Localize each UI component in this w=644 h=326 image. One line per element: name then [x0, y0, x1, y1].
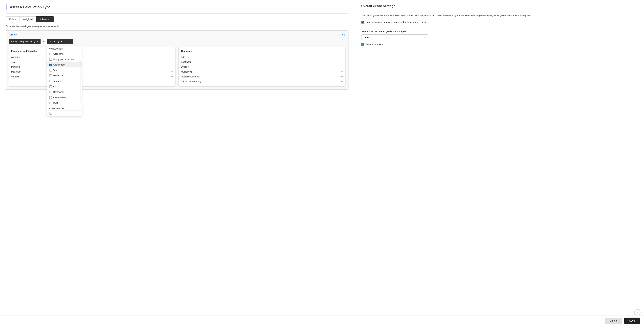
- category-test-checkbox[interactable]: [49, 69, 52, 72]
- drag-icon-variable[interactable]: ✛: [171, 75, 173, 78]
- fn-total: Total ✛: [11, 59, 173, 64]
- op-add: Add (+) ✛: [181, 55, 343, 59]
- category-discussion-checkbox[interactable]: [49, 75, 52, 77]
- editor-container: Validate Clear AVG ( Categories Test ) ▼…: [6, 30, 348, 90]
- category-assignment[interactable]: Assignment: [47, 62, 82, 68]
- right-panel-title: Overall Grade Settings: [361, 4, 637, 8]
- category-exam[interactable]: Exam: [47, 84, 82, 89]
- category-presentation-label: Presentation: [53, 96, 66, 99]
- total-dropdown-container: TOTAL ( ) ▼ CATEGORIES Attendance Group …: [47, 39, 73, 44]
- category-journal-label: Journal: [53, 80, 61, 82]
- total-dropdown[interactable]: TOTAL ( ) ▼: [47, 39, 73, 44]
- category-test[interactable]: Test: [47, 68, 82, 73]
- category-attendance-label: Attendance: [53, 53, 65, 55]
- category-discussion[interactable]: Discussion: [47, 73, 82, 78]
- category-journal[interactable]: Journal: [47, 78, 82, 84]
- category-group-presentations[interactable]: Group presentations: [47, 57, 82, 62]
- right-divider2: [361, 27, 637, 27]
- display-select[interactable]: Letter Percentage Points: [361, 35, 428, 40]
- base-calc-label: Base calculation on points earned out of…: [366, 21, 426, 23]
- tab-points[interactable]: Points: [6, 16, 19, 22]
- op-open-paren: Open Parenthesis ( ✛: [181, 74, 343, 79]
- category-discussion-label: Discussion: [53, 74, 64, 77]
- right-panel: Overall Grade Settings The overall grade…: [354, 0, 644, 315]
- category-presentation[interactable]: Presentation: [47, 95, 82, 100]
- left-panel: Select a Calculation Type Points Weighte…: [0, 0, 354, 315]
- op-divide: Divide (/) ✛: [181, 64, 343, 69]
- purple-accent-bar: [6, 4, 6, 10]
- drag-icon-total[interactable]: ✛: [171, 61, 173, 63]
- functions-box: Functions and Variables Average ✛ Total …: [8, 47, 176, 87]
- fn-variable: Variable ✛: [11, 74, 173, 79]
- show-students-checkbox[interactable]: [361, 43, 364, 46]
- functions-title: Functions and Variables: [11, 50, 173, 52]
- plus-operator: +: [43, 40, 44, 43]
- category-test-label: Test: [53, 69, 58, 72]
- category-quiz-label: Quiz: [53, 102, 58, 104]
- drag-icon-close-paren[interactable]: ✛: [341, 80, 343, 83]
- tab-advanced[interactable]: Advanced: [36, 16, 54, 22]
- footer: Cancel Save: [0, 315, 644, 326]
- categories-header: CATEGORIES: [47, 46, 82, 51]
- category-assignment-checkbox[interactable]: [49, 64, 52, 66]
- clear-button[interactable]: Clear: [340, 33, 345, 36]
- categories-popup: CATEGORIES Attendance Group presentation…: [47, 46, 82, 116]
- category-exam-checkbox[interactable]: [49, 85, 52, 88]
- fn-average: Average ✛: [11, 55, 173, 59]
- calculation-type-tabs: Points Weighted Advanced: [6, 16, 348, 22]
- op-subtract: Subtract (-) ✛: [181, 59, 343, 64]
- category-exam-label: Exam: [53, 85, 59, 88]
- category-quiz[interactable]: Quiz: [47, 100, 82, 106]
- calc-description: Calculate the overall grade using a cust…: [6, 25, 348, 28]
- total-dropdown-arrow: ▼: [60, 40, 63, 43]
- drag-icon-average[interactable]: ✛: [171, 56, 173, 58]
- show-students-row: Show to students: [361, 43, 637, 46]
- op-close-paren: Close Parenthesis ) ✛: [181, 79, 343, 84]
- show-students-label: Show to students: [366, 43, 384, 46]
- drag-icon-subtract[interactable]: ✛: [341, 61, 343, 63]
- category-assignment-label: Assignment: [53, 63, 65, 66]
- drag-icon-multiply[interactable]: ✛: [341, 70, 343, 73]
- coursework-item-placeholder[interactable]: [47, 111, 82, 116]
- help-button[interactable]: ?: [634, 309, 640, 315]
- page-title: Select a Calculation Type: [8, 5, 51, 9]
- scrollbar[interactable]: [80, 60, 81, 102]
- editor-toolbar: Validate Clear: [8, 33, 346, 36]
- coursework-checkbox-1[interactable]: [49, 112, 52, 115]
- drag-icon-open-paren[interactable]: ✛: [341, 75, 343, 78]
- base-calc-row: Base calculation on points earned out of…: [361, 21, 637, 24]
- category-group-presentations-label: Group presentations: [53, 58, 74, 61]
- category-quiz-checkbox[interactable]: [49, 102, 52, 104]
- operators-box: Operators Add (+) ✛ Subtract (-) ✛ Divid…: [178, 47, 346, 87]
- right-description: The overall grade helps students keep tr…: [361, 14, 637, 17]
- formula-area: AVG ( Categories Test ) ▼ + TOTAL ( ) ▼ …: [8, 39, 346, 44]
- fn-minimum: Minimum ✛: [11, 64, 173, 69]
- category-homework-label: Homework: [53, 91, 64, 93]
- cancel-button[interactable]: Cancel: [605, 317, 622, 324]
- drag-icon-divide[interactable]: ✛: [341, 65, 343, 68]
- category-homework[interactable]: Homework: [47, 89, 82, 95]
- drag-icon-add[interactable]: ✛: [341, 56, 343, 58]
- category-homework-checkbox[interactable]: [49, 91, 52, 93]
- title-divider: [6, 13, 348, 14]
- drag-icon-minimum[interactable]: ✛: [171, 65, 173, 68]
- category-presentation-checkbox[interactable]: [49, 96, 52, 99]
- category-group-presentations-checkbox[interactable]: [49, 58, 52, 61]
- display-label: Select how the overall grade is displaye…: [361, 30, 637, 33]
- avg-dropdown-arrow: ▼: [36, 41, 38, 43]
- save-button[interactable]: Save: [624, 317, 640, 324]
- drag-icon-maximum[interactable]: ✛: [171, 70, 173, 73]
- fn-maximum: Maximum ✛: [11, 69, 173, 74]
- category-journal-checkbox[interactable]: [49, 80, 52, 82]
- avg-dropdown[interactable]: AVG ( Categories Test ) ▼: [8, 39, 40, 44]
- operators-title: Operators: [181, 50, 343, 52]
- tab-weighted[interactable]: Weighted: [19, 16, 36, 22]
- validate-button[interactable]: Validate: [8, 33, 17, 36]
- coursework-header: COURSEWORK: [47, 106, 82, 111]
- right-divider: [361, 11, 637, 11]
- base-calc-checkbox[interactable]: [361, 21, 364, 24]
- category-attendance[interactable]: Attendance: [47, 51, 82, 57]
- category-attendance-checkbox[interactable]: [49, 53, 52, 55]
- op-multiply: Multiply (*) ✛: [181, 69, 343, 74]
